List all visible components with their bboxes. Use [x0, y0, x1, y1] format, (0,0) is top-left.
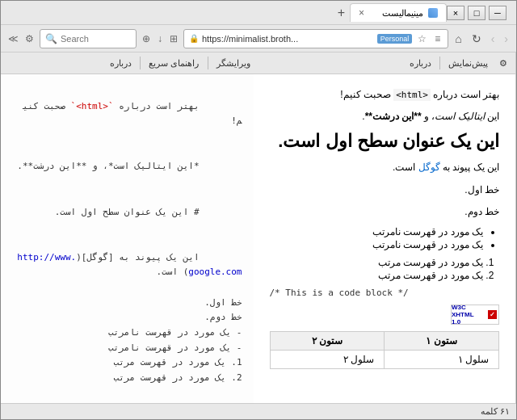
md-line7: - یک مورد در قهرست نامرتب	[12, 326, 242, 341]
ol-item-2: یک مورد در قهرست مرتب	[270, 270, 484, 281]
minimize-button[interactable]: ─	[489, 6, 506, 20]
md-backtick: `<html>`	[71, 101, 114, 111]
italic-text: ایتالیک است	[435, 111, 484, 122]
md-line3: # این یک عنوان سطح اول است.	[12, 190, 242, 235]
search-bar[interactable]: 🔍	[40, 29, 137, 48]
md-line6: خط دوم.	[12, 310, 242, 326]
navbar: ‹ › ↻ ⌂ 🔒 https://minimalist.broth... Pe…	[1, 25, 516, 52]
ul-item-1: یک مورد در قهرست نامرتب	[270, 226, 484, 237]
html-code-tag: <html>	[393, 89, 431, 101]
forward-button[interactable]: ›	[488, 31, 498, 47]
w3c-badge: W3C XHTML1.0 ✓	[270, 304, 500, 325]
word-count: ۶۱ کلمه	[481, 406, 510, 417]
ordered-list: یک مورد در قهرست مرتب یک مورد در قهرست م…	[270, 257, 500, 281]
browser-window: ─ □ × مینیمالیست × + ‹ › ↻ ⌂ 🔒 https://m…	[0, 0, 517, 420]
search-input[interactable]	[61, 34, 125, 44]
preview-line-2: خط دوم.	[270, 204, 500, 220]
unordered-list: یک مورد در قهرست نامرتب یک مورد در قهرست…	[270, 226, 500, 250]
md-line9: 1. یک مورد در قهرست مرتب	[12, 355, 242, 371]
bookmarks-icon[interactable]: ⊞	[167, 32, 180, 45]
toolbar-separator2	[208, 57, 208, 69]
dual-toolbar: ⚙ پیش‌نمایش درباره ویرایشگر راهنمای سریع…	[1, 52, 516, 74]
back-button[interactable]: ‹	[501, 31, 511, 47]
markdown-pane[interactable]: بهتر است درباره `<html>` صحبت کنیم! *این…	[1, 74, 254, 403]
toolbar-left-btn1[interactable]: ⚙	[496, 57, 511, 69]
maximize-button[interactable]: □	[468, 6, 485, 20]
toolbar-about2-btn[interactable]: درباره	[107, 57, 135, 69]
cell1: سلول ۱	[385, 350, 499, 368]
preview-link-line: این یک پیوند به گوگل است.	[270, 160, 500, 175]
ol-item-1: یک مورد در قهرست مرتب	[270, 257, 484, 268]
preview-heading: این یک عنوان سطح اول است.	[270, 131, 500, 152]
table-row: سلول ۱ سلول ۲	[270, 350, 499, 368]
lock-icon: 🔒	[189, 34, 199, 43]
new-tab-button[interactable]: +	[333, 6, 350, 20]
md-line2: *این ایتالیک است*، و **این درشت**.	[12, 145, 242, 190]
preview-line2: این ایتالیک است، و **این درشت**.	[270, 109, 500, 124]
md-line8: - یک مورد در قهرست نامرتب	[12, 341, 242, 356]
md-line11: /* This is a code block */	[12, 386, 242, 403]
toolbar-preview-btn[interactable]: پیش‌نمایش	[445, 57, 491, 69]
ul-item-2: یک مورد در قهرست نامرتب	[270, 239, 484, 250]
refresh-button[interactable]: ↻	[469, 31, 485, 47]
titlebar: ─ □ × مینیمالیست × +	[1, 1, 516, 25]
md-line4: این یک پیوند به [گوگل](http://www.google…	[12, 235, 242, 296]
tab-favicon	[428, 8, 438, 18]
personal-badge: Personal	[377, 34, 413, 44]
toolbar-separator	[439, 57, 440, 69]
address-text: https://minimalist.broth...	[202, 34, 374, 44]
history-icon[interactable]: ⊕	[140, 32, 153, 45]
col1-header: ستون ۱	[385, 331, 499, 350]
bold-text: **این درشت**	[365, 111, 422, 122]
window-controls: ─ □ ×	[447, 6, 506, 20]
left-toolbar: ⚙ پیش‌نمایش درباره	[258, 52, 517, 74]
bookmark-icon[interactable]: ☆	[415, 32, 429, 45]
preview-pane: بهتر است درباره <html> صحبت کنیم! این ای…	[254, 74, 517, 403]
preview-line1: بهتر است درباره <html> صحبت کنیم!	[270, 87, 500, 103]
search-icon: 🔍	[45, 33, 57, 44]
md-line1: بهتر است درباره `<html>` صحبت کنیم!	[12, 84, 242, 145]
tab-close-button[interactable]: ×	[359, 7, 364, 19]
preview-table: ستون ۱ ستون ۲ سلول ۱ سلول ۲	[270, 331, 500, 369]
md-line10: 2. یک مورد در قهرست مرتب	[12, 371, 242, 386]
toolbar-guide-btn[interactable]: راهنمای سریع	[145, 57, 202, 69]
preview-line-1: خط اول.	[270, 183, 500, 198]
google-link[interactable]: گوگل	[418, 162, 440, 173]
toolbar-separator3	[140, 57, 141, 69]
md-url: http://www.google.com	[17, 252, 242, 278]
right-toolbar: ویرایشگر راهنمای سریع درباره	[1, 52, 258, 74]
toolbar-editor-btn[interactable]: ویرایشگر	[213, 57, 254, 69]
table-header-row: ستون ۱ ستون ۲	[270, 331, 499, 350]
address-bar[interactable]: 🔒 https://minimalist.broth... Personal ☆…	[183, 29, 448, 48]
downloads-icon[interactable]: ↓	[155, 32, 165, 45]
md-line5: خط اول.	[12, 296, 242, 311]
cell2: سلول ۲	[270, 350, 385, 368]
editor-container: بهتر است درباره <html> صحبت کنیم! این ای…	[1, 74, 516, 403]
menu-icon[interactable]: ≫	[6, 32, 21, 45]
w3c-image: W3C XHTML1.0 ✓	[451, 304, 499, 325]
home-button[interactable]: ⌂	[452, 31, 464, 47]
tab-title: مینیمالیست	[382, 8, 423, 19]
active-tab[interactable]: مینیمالیست ×	[350, 3, 447, 22]
statusbar: ۶۱ کلمه	[1, 403, 516, 419]
extension-icons: ⚙ ≫	[6, 32, 36, 45]
code-block: /* This is a code block */	[270, 288, 500, 298]
col2-header: ستون ۲	[270, 331, 385, 350]
reader-icon[interactable]: ≡	[432, 32, 443, 45]
close-window-button[interactable]: ×	[447, 6, 464, 20]
tab-bar: مینیمالیست × +	[7, 3, 447, 22]
toolbar-about-btn[interactable]: درباره	[406, 57, 435, 69]
bookmark-toolbar: ⊞ ↓ ⊕	[140, 32, 180, 45]
extension-icon[interactable]: ⚙	[23, 32, 36, 45]
